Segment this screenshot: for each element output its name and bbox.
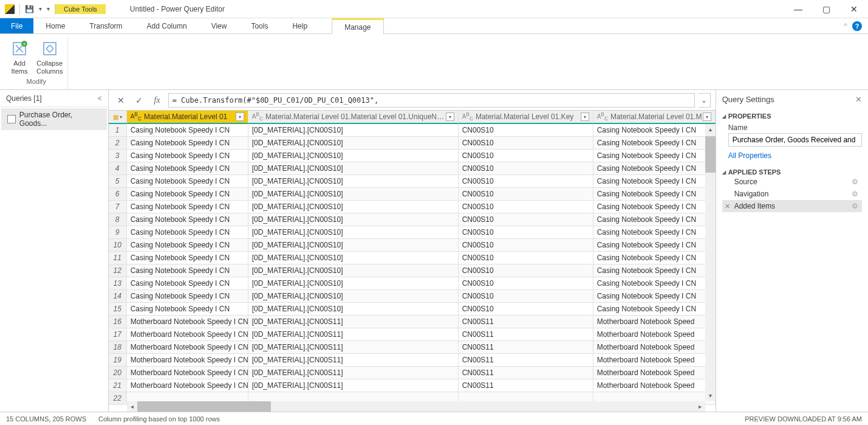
cell[interactable]: Casing Notebook Speedy I CN [593,239,716,252]
row-number[interactable]: 21 [109,379,127,392]
cell[interactable]: Casing Notebook Speedy I CN [127,252,248,264]
column-filter-icon[interactable]: ▾ [581,112,589,121]
all-properties-link[interactable]: All Properties [728,151,862,160]
row-number[interactable]: 14 [109,290,127,303]
cell[interactable]: Casing Notebook Speedy I CN [127,226,248,239]
cell[interactable]: Motherboard Notebook Speedy I CN [127,367,248,379]
cell[interactable]: Motherboard Notebook Speedy I CN [127,316,248,328]
scroll-right-icon[interactable]: ▸ [695,403,705,410]
row-number[interactable]: 13 [109,277,127,290]
cell[interactable]: [0D_MATERIAL].[CN00S11] [248,367,459,379]
gear-icon[interactable]: ⚙ [852,178,858,186]
formula-input[interactable] [168,93,695,108]
row-number[interactable]: 20 [109,367,127,379]
cell[interactable]: Casing Notebook Speedy I CN [593,162,716,175]
cell[interactable]: CN00S10 [459,226,593,239]
cell[interactable]: Casing Notebook Speedy I CN [593,124,716,137]
properties-section-head[interactable]: PROPERTIES [722,112,862,120]
cell[interactable]: [0D_MATERIAL].[CN00S10] [248,137,459,150]
column-filter-icon[interactable]: ▾ [703,112,711,121]
delete-step-icon[interactable]: ✕ [725,202,730,210]
cell[interactable]: Motherboard Notebook Speed [593,379,716,392]
cell[interactable]: CN00S10 [459,188,593,201]
collapse-ribbon-icon[interactable]: ^ [844,22,847,30]
cell[interactable]: CN00S10 [459,277,593,290]
cell[interactable]: Casing Notebook Speedy I CN [593,213,716,226]
column-filter-icon[interactable]: ▾ [236,112,244,121]
close-button[interactable]: ✕ [840,0,868,18]
cell[interactable]: Casing Notebook Speedy I CN [127,137,248,150]
vertical-scrollbar[interactable]: ▴ ▾ [705,124,716,401]
cell[interactable]: CN00S10 [459,124,593,137]
row-number[interactable]: 16 [109,316,127,328]
cell[interactable]: Casing Notebook Speedy I CN [593,137,716,150]
row-number[interactable]: 22 [109,392,127,405]
row-number[interactable]: 5 [109,175,127,188]
column-header[interactable]: ABCMaterial.Material Level 01▾ [127,111,248,124]
row-number[interactable]: 6 [109,188,127,201]
cell[interactable]: Casing Notebook Speedy I CN [127,303,248,316]
cell[interactable]: Casing Notebook Speedy I CN [127,175,248,188]
cell[interactable]: Motherboard Notebook Speed [593,328,716,341]
cell[interactable]: [0D_MATERIAL].[CN00S10] [248,150,459,162]
row-number[interactable]: 18 [109,341,127,354]
cell[interactable]: CN00S11 [459,341,593,354]
query-name-input[interactable] [728,133,862,147]
cell[interactable]: [0D_MATERIAL].[CN00S10] [248,201,459,213]
collapse-queries-icon[interactable]: < [98,94,102,103]
tab-manage[interactable]: Manage [332,18,383,34]
cell[interactable]: Motherboard Notebook Speedy I CN [127,379,248,392]
cell[interactable]: [0D_MATERIAL].[CN00S11] [248,341,459,354]
cell[interactable]: Motherboard Notebook Speedy I CN [127,341,248,354]
row-number[interactable]: 8 [109,213,127,226]
tab-add-column[interactable]: Add Column [135,18,199,33]
cell[interactable]: Casing Notebook Speedy I CN [593,150,716,162]
qat-overflow-icon[interactable]: ▾ [47,5,50,12]
cell[interactable]: [0D_MATERIAL].[CN00S11] [248,354,459,367]
add-items-button[interactable]: + Add Items [10,36,29,75]
cell[interactable]: CN00S11 [459,354,593,367]
row-number[interactable]: 1 [109,124,127,137]
cell[interactable]: Casing Notebook Speedy I CN [593,290,716,303]
cell[interactable]: CN00S11 [459,379,593,392]
row-number[interactable]: 9 [109,226,127,239]
cell[interactable]: [0D_MATERIAL].[CN00S10] [248,213,459,226]
cell[interactable]: Casing Notebook Speedy I CN [127,162,248,175]
cell[interactable]: CN00S10 [459,175,593,188]
cell[interactable]: Casing Notebook Speedy I CN [593,201,716,213]
applied-step[interactable]: ✕Added Items⚙ [722,200,862,212]
cell[interactable]: Casing Notebook Speedy I CN [127,124,248,137]
cell[interactable]: CN00S10 [459,150,593,162]
cell[interactable]: [0D_MATERIAL].[CN00S10] [248,162,459,175]
cell[interactable]: CN00S11 [459,328,593,341]
query-item[interactable]: Purchase Order, Goods... [1,108,107,130]
scroll-thumb-v[interactable] [705,136,716,173]
cell[interactable]: Casing Notebook Speedy I CN [127,264,248,277]
cell[interactable]: [0D_MATERIAL].[CN00S10] [248,175,459,188]
data-grid[interactable]: ▦▾ABCMaterial.Material Level 01▾ABCMater… [109,111,716,405]
tab-home[interactable]: Home [33,18,77,33]
row-number[interactable]: 4 [109,162,127,175]
column-header[interactable]: ABCMaterial.Material Level 01.Key▾ [459,111,593,124]
cell[interactable]: CN00S11 [459,316,593,328]
tab-tools[interactable]: Tools [239,18,280,33]
cell[interactable]: [0D_MATERIAL].[CN00S10] [248,239,459,252]
cell[interactable]: [0D_MATERIAL].[CN00S10] [248,290,459,303]
applied-step[interactable]: Navigation⚙ [722,188,862,200]
column-filter-icon[interactable]: ▾ [446,112,454,121]
cancel-formula-button[interactable]: ✕ [114,93,128,108]
cell[interactable]: Casing Notebook Speedy I CN [593,175,716,188]
applied-step[interactable]: Source⚙ [722,176,862,188]
cell[interactable]: [0D_MATERIAL].[CN00S10] [248,188,459,201]
tab-view[interactable]: View [199,18,239,33]
tab-file[interactable]: File [0,18,33,33]
cell[interactable]: CN00S10 [459,201,593,213]
cell[interactable]: [0D_MATERIAL].[CN00S10] [248,264,459,277]
tab-help[interactable]: Help [280,18,320,33]
cell[interactable]: CN00S10 [459,303,593,316]
save-icon[interactable]: 💾 [25,5,34,13]
cell[interactable]: CN00S10 [459,252,593,264]
row-number[interactable]: 2 [109,137,127,150]
collapse-columns-button[interactable]: Collapse Columns [36,36,63,75]
cell[interactable]: Casing Notebook Speedy I CN [593,303,716,316]
